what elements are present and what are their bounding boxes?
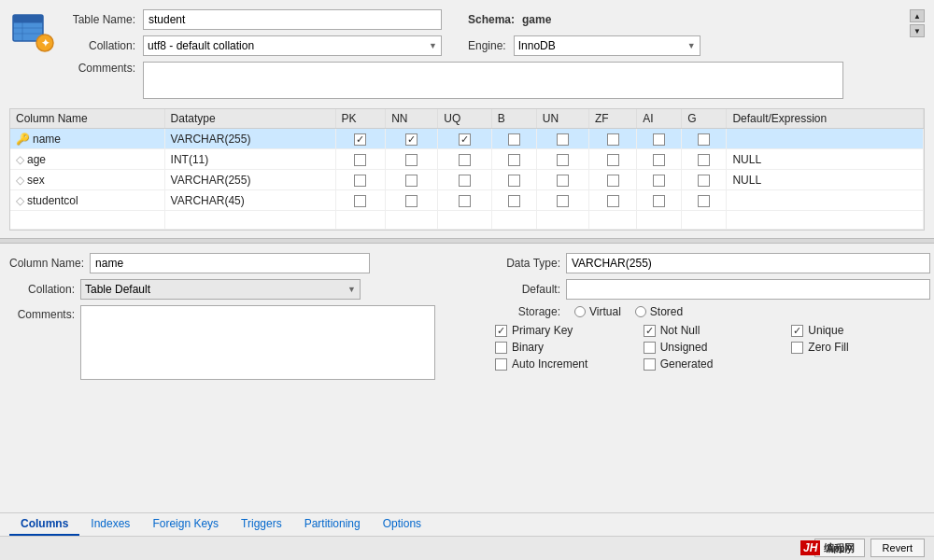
checkbox-item-unsigned[interactable]: Unsigned [644, 341, 783, 354]
col-uq-checkbox[interactable] [459, 195, 471, 207]
col-nn-checkbox[interactable] [405, 195, 417, 207]
col-uq-cell[interactable] [438, 170, 491, 190]
col-b-cell[interactable] [491, 190, 536, 211]
col-uq-checkbox[interactable] [459, 175, 471, 187]
col-nn-checkbox[interactable] [405, 175, 417, 187]
col-g-checkbox[interactable] [698, 195, 710, 207]
detail-colname-input[interactable] [90, 253, 370, 273]
col-uq-cell[interactable] [438, 149, 491, 170]
col-ai-cell[interactable] [637, 170, 682, 190]
col-ai-checkbox[interactable] [653, 175, 665, 187]
col-un-cell[interactable] [536, 170, 588, 190]
table-row[interactable]: 🔑nameVARCHAR(255) [10, 129, 924, 149]
col-un-checkbox[interactable] [557, 133, 569, 146]
col-g-checkbox[interactable] [698, 133, 710, 146]
col-g-cell[interactable] [682, 149, 727, 170]
col-zf-cell[interactable] [589, 149, 637, 170]
col-b-checkbox[interactable] [508, 154, 520, 166]
col-ai-checkbox[interactable] [653, 133, 665, 146]
scroll-up-arrow[interactable]: ▲ [910, 9, 925, 22]
col-ai-cell[interactable] [637, 190, 682, 211]
col-un-checkbox[interactable] [557, 195, 569, 207]
col-zf-cell[interactable] [589, 190, 637, 211]
tab-triggers[interactable]: Triggers [230, 513, 293, 536]
col-g-checkbox[interactable] [698, 175, 710, 187]
col-zf-checkbox[interactable] [607, 154, 619, 166]
col-ai-cell[interactable] [637, 149, 682, 170]
col-b-cell[interactable] [491, 170, 536, 190]
checkbox-item-not-null[interactable]: Not Null [644, 324, 783, 337]
col-uq-checkbox[interactable] [459, 133, 471, 146]
revert-button[interactable]: Revert [870, 539, 925, 557]
col-nn-cell[interactable] [386, 149, 438, 170]
tab-columns[interactable]: Columns [9, 513, 79, 536]
col-pk-cell[interactable] [335, 129, 386, 149]
checkbox-item-unique[interactable]: Unique [791, 324, 930, 337]
col-b-checkbox[interactable] [508, 175, 520, 187]
col-g-cell[interactable] [682, 129, 727, 149]
col-zf-checkbox[interactable] [607, 195, 619, 207]
col-uq-checkbox[interactable] [459, 154, 471, 166]
detail-collation-select[interactable]: Table Default [80, 279, 361, 300]
col-un-cell[interactable] [536, 149, 588, 170]
col-pk-cell[interactable] [335, 149, 386, 170]
engine-select[interactable]: InnoDB [514, 35, 700, 56]
table-name-input[interactable] [143, 9, 442, 30]
col-b-checkbox[interactable] [508, 133, 520, 146]
col-ai-checkbox[interactable] [653, 154, 665, 166]
col-un-checkbox[interactable] [557, 154, 569, 166]
checkbox-generated[interactable] [644, 358, 656, 371]
checkbox-auto-increment[interactable] [495, 358, 507, 371]
storage-virtual-radio[interactable] [574, 306, 586, 317]
col-pk-checkbox[interactable] [354, 154, 366, 166]
checkbox-item-zero-fill[interactable]: Zero Fill [791, 341, 930, 354]
checkbox-unique[interactable] [791, 325, 803, 337]
checkbox-unsigned[interactable] [644, 342, 656, 354]
comments-textarea[interactable] [143, 62, 843, 99]
col-zf-checkbox[interactable] [607, 133, 619, 146]
col-nn-checkbox[interactable] [405, 154, 417, 166]
col-ai-cell[interactable] [637, 129, 682, 149]
checkbox-binary[interactable] [495, 342, 507, 354]
checkbox-item-primary-key[interactable]: Primary Key [495, 324, 634, 337]
col-zf-cell[interactable] [589, 129, 637, 149]
scroll-down-arrow[interactable]: ▼ [910, 24, 925, 37]
col-nn-cell[interactable] [386, 170, 438, 190]
col-nn-checkbox[interactable] [405, 133, 417, 146]
col-b-checkbox[interactable] [508, 195, 520, 207]
detail-datatype-input[interactable] [566, 253, 930, 273]
checkbox-not-null[interactable] [644, 325, 656, 337]
table-row[interactable]: ◇studentcolVARCHAR(45) [10, 190, 924, 211]
checkbox-item-binary[interactable]: Binary [495, 341, 634, 354]
col-zf-checkbox[interactable] [607, 175, 619, 187]
table-row[interactable]: ◇sexVARCHAR(255)NULL [10, 170, 924, 190]
checkbox-primary-key[interactable] [495, 325, 507, 337]
col-g-checkbox[interactable] [698, 154, 710, 166]
col-pk-cell[interactable] [335, 170, 386, 190]
detail-default-input[interactable] [566, 279, 930, 300]
col-g-cell[interactable] [682, 170, 727, 190]
col-ai-checkbox[interactable] [653, 195, 665, 207]
col-un-checkbox[interactable] [557, 175, 569, 187]
col-zf-cell[interactable] [589, 170, 637, 190]
col-nn-cell[interactable] [386, 129, 438, 149]
detail-comments-textarea[interactable] [80, 305, 435, 380]
col-b-cell[interactable] [491, 129, 536, 149]
col-b-cell[interactable] [491, 149, 536, 170]
tab-options[interactable]: Options [372, 513, 432, 536]
tab-foreign-keys[interactable]: Foreign Keys [141, 513, 230, 536]
col-nn-cell[interactable] [386, 190, 438, 211]
table-row[interactable]: ◇ageINT(11)NULL [10, 149, 924, 170]
tab-indexes[interactable]: Indexes [79, 513, 141, 536]
tab-partitioning[interactable]: Partitioning [293, 513, 372, 536]
col-pk-cell[interactable] [335, 190, 386, 211]
col-pk-checkbox[interactable] [354, 195, 366, 207]
collation-select[interactable]: utf8 - default collation [143, 35, 442, 56]
col-uq-cell[interactable] [438, 190, 491, 211]
checkbox-item-auto-increment[interactable]: Auto Increment [495, 357, 634, 371]
col-un-cell[interactable] [536, 190, 588, 211]
checkbox-item-generated[interactable]: Generated [644, 357, 783, 371]
col-g-cell[interactable] [682, 190, 727, 211]
col-un-cell[interactable] [536, 129, 588, 149]
col-pk-checkbox[interactable] [354, 133, 366, 146]
